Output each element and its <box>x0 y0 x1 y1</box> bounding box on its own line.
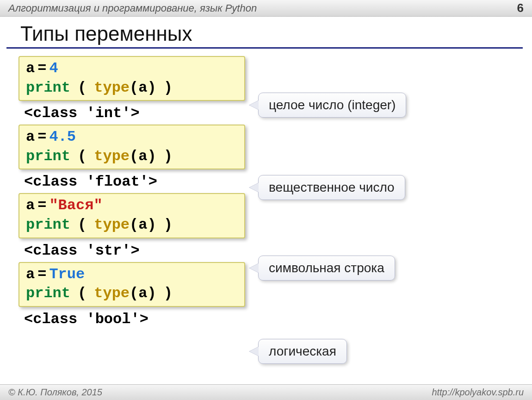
code-var: a <box>26 266 35 283</box>
code-arg: a <box>138 79 147 96</box>
code-arg: a <box>138 216 147 233</box>
type-fn: type <box>94 79 130 96</box>
code-var: a <box>26 197 35 214</box>
equals-sign: = <box>35 266 49 283</box>
code-line-print: print(type(a)) <box>26 78 238 98</box>
code-value: 4.5 <box>49 128 76 145</box>
code-line-assign: a=True <box>26 265 238 284</box>
output-text: <class 'bool'> <box>24 311 532 328</box>
header-bar: Алгоритмизация и программирование, язык … <box>0 0 532 17</box>
code-var: a <box>26 128 35 145</box>
type-fn: type <box>94 216 130 233</box>
code-value: "Вася" <box>49 197 102 214</box>
equals-sign: = <box>35 60 49 77</box>
type-fn: type <box>94 285 130 302</box>
code-line-print: print(type(a)) <box>26 147 238 166</box>
callout-bool: логическая <box>258 339 347 364</box>
callout-float: вещественное число <box>258 175 405 200</box>
code-box: a="Вася" print(type(a)) <box>19 193 245 238</box>
callout-integer: целое число (integer) <box>258 93 406 118</box>
equals-sign: = <box>35 128 49 145</box>
code-box: a=4 print(type(a)) <box>19 56 245 101</box>
header-title: Алгоритмизация и программирование, язык … <box>8 2 257 14</box>
print-keyword: print <box>26 285 70 302</box>
page-number: 6 <box>517 1 524 15</box>
code-box: a=4.5 print(type(a)) <box>19 125 245 169</box>
code-value: True <box>49 266 85 283</box>
code-value: 4 <box>49 60 58 77</box>
code-box: a=True print(type(a)) <box>19 262 245 307</box>
footer-right: http://kpolyakov.spb.ru <box>432 387 524 398</box>
print-keyword: print <box>26 216 70 233</box>
slide-title: Типы переменных <box>6 17 523 49</box>
paren-open: ( <box>78 79 87 96</box>
callout-str: символьная строка <box>258 256 395 281</box>
paren-open-inner: ( <box>130 79 138 96</box>
paren-close: ) <box>164 79 173 96</box>
code-var: a <box>26 60 35 77</box>
equals-sign: = <box>35 197 49 214</box>
content-area: a=4 print(type(a)) <class 'int'> a=4.5 p… <box>0 56 532 328</box>
code-arg: a <box>138 148 147 165</box>
code-line-assign: a=4 <box>26 59 238 78</box>
footer-left: © К.Ю. Поляков, 2015 <box>8 387 102 398</box>
footer-bar: © К.Ю. Поляков, 2015 http://kpolyakov.sp… <box>0 384 532 400</box>
code-line-print: print(type(a)) <box>26 215 238 235</box>
code-line-print: print(type(a)) <box>26 284 238 303</box>
type-fn: type <box>94 148 130 165</box>
code-line-assign: a="Вася" <box>26 196 238 215</box>
print-keyword: print <box>26 79 70 96</box>
code-line-assign: a=4.5 <box>26 127 238 147</box>
code-arg: a <box>138 285 147 302</box>
example-block: a="Вася" print(type(a)) <class 'str'> <box>19 193 532 259</box>
print-keyword: print <box>26 148 70 165</box>
paren-close-inner: ) <box>147 79 156 96</box>
